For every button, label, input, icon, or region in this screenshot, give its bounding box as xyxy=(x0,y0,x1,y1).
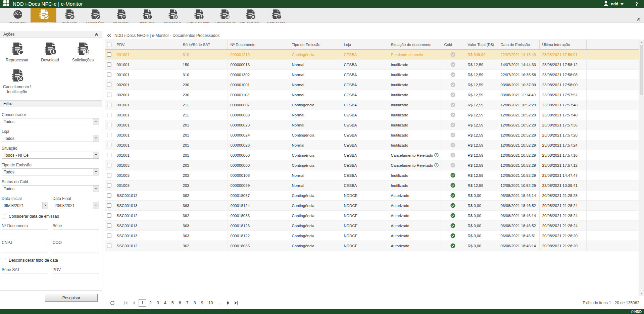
row-checkbox[interactable] xyxy=(107,163,111,167)
input-n-documento[interactable] xyxy=(2,229,48,236)
select-loja[interactable]: Todos xyxy=(2,135,99,142)
select-status-do-cold[interactable]: Todos xyxy=(2,185,99,192)
checkbox-box[interactable] xyxy=(2,258,6,262)
table-row[interactable]: SSC001012362000018086ContingênciaNDDCEAu… xyxy=(105,211,639,221)
toolbar-item-controle-num[interactable]: CONTROLE NUM. xyxy=(186,8,211,22)
toolbar-item-correcoes[interactable]: CORREÇÕES xyxy=(82,8,108,22)
page-link[interactable]: 5 xyxy=(169,300,176,306)
action-download[interactable]: Download xyxy=(34,42,66,63)
input-cnpj[interactable] xyxy=(2,246,48,253)
scroll-up-icon[interactable] xyxy=(639,40,644,45)
column-header-loja[interactable]: Loja xyxy=(341,40,388,50)
toolbar-item-auditoria[interactable]: AUDITORIA xyxy=(134,8,160,22)
table-row[interactable]: 001001310000001210ContingênciaCESBAPende… xyxy=(105,50,639,60)
column-header-tipo-de-emissao[interactable]: Tipo de Emissão xyxy=(289,40,341,50)
column-header-valor-total-r[interactable]: Valor Total (R$) xyxy=(465,40,498,50)
help-icon[interactable]: ? xyxy=(434,163,439,167)
table-row[interactable]: 001001310000001302NormalCESBAInutilizado… xyxy=(105,70,639,80)
toolbar-item-dashboard[interactable]: DASHBOARD xyxy=(5,8,31,22)
checkbox-box[interactable] xyxy=(2,214,6,218)
refresh-icon[interactable] xyxy=(110,300,115,305)
toolbar-item-processados[interactable]: PROCESSADOS xyxy=(31,8,56,22)
page-link[interactable]: 4 xyxy=(162,300,168,306)
table-row[interactable]: SSC001012362000018085ContingênciaNDDCEAu… xyxy=(105,241,639,251)
table-row[interactable]: SSC001013363000018126ContingênciaNDDCEAu… xyxy=(105,221,639,231)
page-link[interactable]: 6 xyxy=(177,300,183,306)
select-data-inicial[interactable]: 09/08/2021 xyxy=(2,202,48,209)
help-button[interactable]: ? xyxy=(635,1,638,7)
search-button[interactable]: Pesquisar xyxy=(45,294,98,302)
last-page-button[interactable] xyxy=(233,299,240,307)
chevron-down-icon[interactable] xyxy=(93,186,99,192)
current-page[interactable]: 1 xyxy=(139,299,146,307)
column-header-serie-serie-sat[interactable]: Série/Série SAT xyxy=(180,40,228,50)
row-checkbox[interactable] xyxy=(107,153,111,157)
table-row[interactable]: 001001150000000016NormalCESBAInutilizado… xyxy=(105,60,639,70)
action-solicitacoes[interactable]: Solicitações xyxy=(66,42,99,63)
row-checkbox[interactable] xyxy=(107,93,111,97)
table-row[interactable]: 001001201000000023NormalCESBAInutilizado… xyxy=(105,120,639,130)
table-row[interactable]: SSC001012362000018087ContingênciaNDDCEAu… xyxy=(105,191,639,201)
row-checkbox[interactable] xyxy=(107,72,111,77)
checkbox-considerar-data-de-emissao[interactable]: Considerar data de emissão xyxy=(2,214,99,219)
table-row[interactable]: 001003203000000000ContingênciaCESBACance… xyxy=(105,160,639,170)
page-link[interactable]: 9 xyxy=(199,300,205,306)
row-checkbox[interactable] xyxy=(107,143,111,147)
checkbox-desconsiderar-filtro-de-data[interactable]: Desconsiderar filtro de data xyxy=(2,258,99,263)
input-pdv[interactable] xyxy=(53,273,99,280)
column-header-ultima-interacao[interactable]: Última interação xyxy=(539,40,586,50)
toolbar-item-invalidos[interactable]: INVÁLIDOS xyxy=(56,8,82,22)
page-link[interactable]: 8 xyxy=(192,300,198,306)
scrollbar-thumb[interactable] xyxy=(640,45,643,95)
input-coo[interactable] xyxy=(53,246,99,253)
table-row[interactable]: 001001201000000026NormalCESBAInutilizado… xyxy=(105,140,639,150)
toolbar-item-pag-sem-doc[interactable]: PAG. SEM DOC. xyxy=(237,8,263,22)
page-link[interactable]: 2 xyxy=(147,300,154,306)
toolbar-item-alertas-sat[interactable]: ALERTAS SAT xyxy=(263,8,289,22)
select-tipo-de-emissao[interactable]: Todos xyxy=(2,168,99,175)
select-situacao[interactable]: Todos - NFCe xyxy=(2,152,99,159)
next-page-button[interactable] xyxy=(225,299,232,307)
row-checkbox[interactable] xyxy=(107,83,111,87)
sidebar-collapse-icon[interactable] xyxy=(107,33,111,38)
chevron-down-icon[interactable] xyxy=(93,135,99,142)
page-link[interactable]: 10 xyxy=(206,300,215,306)
row-checkbox[interactable] xyxy=(107,113,111,117)
row-checkbox[interactable] xyxy=(107,183,111,188)
table-row[interactable]: 001001211000000009NormalCESBAInutilizado… xyxy=(105,110,639,120)
scroll-down-icon[interactable] xyxy=(639,291,644,296)
chevron-down-icon[interactable] xyxy=(93,169,99,175)
chevron-down-icon[interactable] xyxy=(93,118,99,125)
table-row[interactable]: 002001230000001001NormalCESBAInutilizado… xyxy=(105,80,639,90)
column-header-situacao-do-documento[interactable]: Situação do documento xyxy=(388,40,441,50)
row-checkbox[interactable] xyxy=(107,103,111,107)
table-row[interactable]: 001001211000000007ContingênciaCESBAInuti… xyxy=(105,100,639,110)
table-row[interactable]: SSC001013363000018124ContingênciaNDDCEAu… xyxy=(105,201,639,211)
table-row[interactable]: 001003203000000106NormalCESBAInutilizado… xyxy=(105,170,639,180)
row-checkbox[interactable] xyxy=(107,223,111,228)
row-checkbox[interactable] xyxy=(107,133,111,137)
chevron-down-icon[interactable] xyxy=(93,152,99,158)
table-row[interactable]: 001003203000000099NormalCESBAInutilizado… xyxy=(105,180,639,191)
help-icon[interactable]: ? xyxy=(434,153,439,157)
select-all-checkbox[interactable] xyxy=(107,43,111,47)
page-link[interactable]: 3 xyxy=(155,300,161,306)
action-reprocessar[interactable]: Reprocessar xyxy=(1,42,34,63)
row-checkbox[interactable] xyxy=(107,62,111,67)
row-checkbox[interactable] xyxy=(107,213,111,218)
table-row[interactable]: 001001201000000000ContingênciaCESBACance… xyxy=(105,150,639,160)
toolbar-item-contingencia[interactable]: CONTINGÊNCIA xyxy=(211,8,237,22)
select-all-header[interactable] xyxy=(105,40,114,50)
input-serie[interactable] xyxy=(53,229,99,236)
table-row[interactable]: SSC001013363000018122ContingênciaNDDCEAu… xyxy=(105,231,639,241)
table-row[interactable]: 002001230000001103NormalCESBAInutilizado… xyxy=(105,90,639,100)
row-checkbox[interactable] xyxy=(107,244,111,248)
column-header-cold[interactable]: Cold xyxy=(441,40,465,50)
toolbar-item-falha-num[interactable]: FALHA NUM. xyxy=(108,8,134,22)
first-page-button[interactable] xyxy=(122,299,129,307)
column-header-pdv[interactable]: PDV xyxy=(114,40,180,50)
row-checkbox[interactable] xyxy=(107,203,111,208)
row-checkbox[interactable] xyxy=(107,123,111,127)
column-header-data-de-emissao[interactable]: Data de Emissão xyxy=(498,40,539,50)
row-checkbox[interactable] xyxy=(107,233,111,238)
